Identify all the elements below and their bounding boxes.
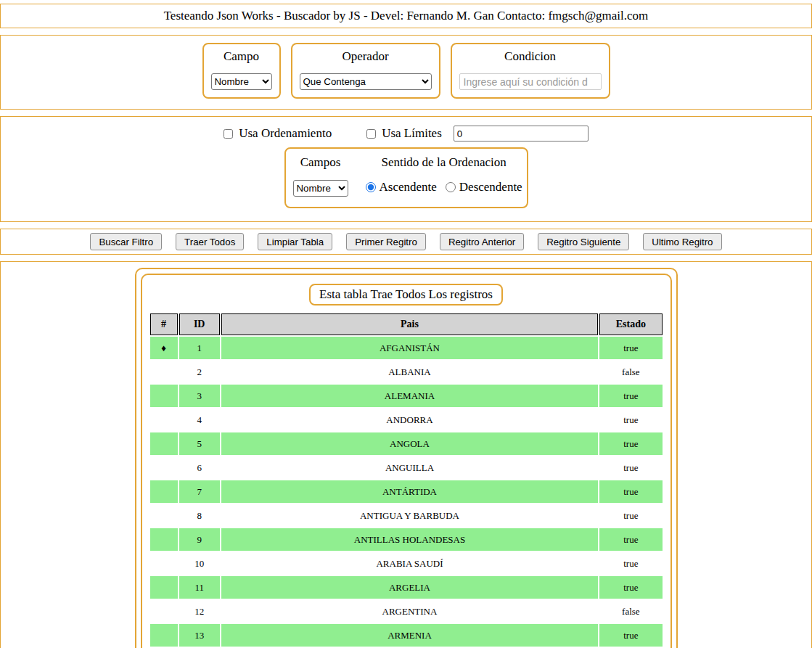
- id-cell: 9: [179, 528, 220, 551]
- campo-fieldset: Campo Nombre: [202, 43, 281, 99]
- usa-ordenamiento-option: Usa Ordenamiento: [223, 126, 332, 141]
- estado-cell: true: [599, 337, 662, 359]
- table-row[interactable]: 10ARABIA SAUDÍtrue: [150, 552, 663, 575]
- title-section: Testeando Json Works - Buscador by JS - …: [0, 4, 812, 28]
- row-marker-cell: [150, 528, 178, 551]
- pais-cell: ARABIA SAUDÍ: [221, 552, 598, 575]
- operador-label: Operador: [300, 49, 432, 64]
- column-header: Estado: [599, 313, 662, 335]
- descendente-option: Descendente: [446, 180, 522, 194]
- toolbar-button-traer-todos[interactable]: Traer Todos: [176, 233, 244, 250]
- toolbar-button-ultimo-regitro[interactable]: Ultimo Regitro: [643, 233, 721, 250]
- id-cell: 6: [179, 456, 220, 479]
- pais-cell: ALBANIA: [221, 361, 598, 383]
- table-header-row: #IDPaisEstado: [150, 313, 663, 335]
- ascendente-radio[interactable]: [366, 182, 376, 192]
- estado-cell: true: [599, 432, 662, 455]
- descendente-label: Descendente: [459, 180, 522, 194]
- table-row[interactable]: 7ANTÁRTIDAtrue: [150, 480, 663, 503]
- row-marker-cell: [150, 432, 178, 455]
- pais-cell: ARGELIA: [221, 576, 598, 599]
- column-header: ID: [179, 313, 220, 335]
- row-marker-cell: [150, 361, 178, 383]
- condicion-fieldset: Condicion: [451, 43, 610, 99]
- pais-cell: ARMENIA: [221, 624, 598, 647]
- row-marker-cell: [150, 576, 178, 599]
- pais-cell: ANDORRA: [221, 409, 598, 431]
- toolbar-button-regitro-siguiente[interactable]: Regitro Siguiente: [538, 233, 629, 250]
- campos-label: Campos: [300, 155, 341, 169]
- estado-cell: true: [599, 528, 662, 551]
- id-cell: 8: [179, 504, 220, 527]
- table-row[interactable]: 4ANDORRAtrue: [150, 409, 663, 431]
- table-body: ♦1AFGANISTÁNtrue2ALBANIAfalse3ALEMANIAtr…: [150, 337, 663, 648]
- id-cell: 13: [179, 624, 220, 647]
- row-marker-cell: [150, 385, 178, 407]
- toolbar: Buscar FiltroTraer TodosLimpiar TablaPri…: [0, 229, 812, 255]
- ordenacion-fieldset: Campos Nombre Sentido de la Ordenacion A…: [284, 147, 528, 208]
- toolbar-button-buscar-filtro[interactable]: Buscar Filtro: [90, 233, 162, 250]
- table-row[interactable]: 12ARGENTINAfalse: [150, 600, 663, 623]
- column-header: Pais: [221, 313, 598, 335]
- condicion-input[interactable]: [459, 73, 602, 90]
- pais-cell: ANTIGUA Y BARBUDA: [221, 504, 598, 527]
- pais-cell: ARGENTINA: [221, 600, 598, 623]
- table-row[interactable]: 8ANTIGUA Y BARBUDAtrue: [150, 504, 663, 527]
- table-row[interactable]: 13ARMENIAtrue: [150, 624, 663, 647]
- estado-cell: true: [599, 624, 662, 647]
- pais-cell: ANGOLA: [221, 432, 598, 455]
- table-row[interactable]: ♦1AFGANISTÁNtrue: [150, 337, 663, 359]
- descendente-radio[interactable]: [446, 182, 456, 192]
- ordering-section: Usa Ordenamiento Usa Límites Campos Nomb…: [0, 116, 812, 222]
- toolbar-button-regitro-anterior[interactable]: Regitro Anterior: [440, 233, 524, 250]
- ordering-options-row: Usa Ordenamiento Usa Límites: [1, 126, 811, 142]
- estado-cell: false: [599, 600, 662, 623]
- sentido-label: Sentido de la Ordenacion: [381, 155, 506, 169]
- estado-cell: true: [599, 504, 662, 527]
- usa-limites-label: Usa Límites: [382, 126, 442, 141]
- table-row[interactable]: 9ANTILLAS HOLANDESAStrue: [150, 528, 663, 551]
- campos-select[interactable]: Nombre: [293, 180, 348, 197]
- estado-cell: true: [599, 456, 662, 479]
- usa-limites-option: Usa Límites: [366, 126, 442, 141]
- campo-label: Campo: [211, 49, 272, 64]
- row-marker-cell: [150, 600, 178, 623]
- pais-cell: ANGUILLA: [221, 456, 598, 479]
- usa-limites-checkbox[interactable]: [366, 129, 376, 139]
- column-header: #: [150, 313, 178, 335]
- id-cell: 11: [179, 576, 220, 599]
- estado-cell: false: [599, 361, 662, 383]
- id-cell: 12: [179, 600, 220, 623]
- id-cell: 5: [179, 432, 220, 455]
- operador-select[interactable]: Que Contenga: [300, 73, 432, 90]
- toolbar-button-primer-regitro[interactable]: Primer Regitro: [346, 233, 426, 250]
- row-marker-cell: [150, 624, 178, 647]
- toolbar-button-limpiar-tabla[interactable]: Limpiar Tabla: [258, 233, 332, 250]
- row-marker-cell: [150, 552, 178, 575]
- table-caption: Esta tabla Trae Todos Los registros: [309, 284, 503, 305]
- table-row[interactable]: 6ANGUILLAtrue: [150, 456, 663, 479]
- id-cell: 7: [179, 480, 220, 503]
- id-cell: 3: [179, 385, 220, 407]
- table-outer-box: Esta tabla Trae Todos Los registros #IDP…: [135, 268, 678, 648]
- usa-ordenamiento-checkbox[interactable]: [223, 129, 233, 139]
- table-row[interactable]: 5ANGOLAtrue: [150, 432, 663, 455]
- row-marker-cell: ♦: [150, 337, 178, 359]
- estado-cell: true: [599, 409, 662, 431]
- condicion-label: Condicion: [459, 49, 602, 64]
- table-inner-box: Esta tabla Trae Todos Los registros #IDP…: [141, 274, 672, 648]
- table-row[interactable]: 2ALBANIAfalse: [150, 361, 663, 383]
- campo-select[interactable]: Nombre: [211, 73, 272, 90]
- table-row[interactable]: 11ARGELIAtrue: [150, 576, 663, 599]
- sentido-column: Sentido de la Ordenacion Ascendente Desc…: [366, 155, 522, 197]
- estado-cell: true: [599, 480, 662, 503]
- estado-cell: true: [599, 576, 662, 599]
- sentido-radio-group: Ascendente Descendente: [366, 180, 522, 194]
- pais-cell: ANTÁRTIDA: [221, 480, 598, 503]
- limite-input[interactable]: [454, 126, 589, 142]
- row-marker-cell: [150, 456, 178, 479]
- results-section: Esta tabla Trae Todos Los registros #IDP…: [0, 261, 812, 648]
- filter-row: Campo Nombre Operador Que Contenga Condi…: [1, 36, 811, 109]
- table-row[interactable]: 3ALEMANIAtrue: [150, 385, 663, 407]
- pais-cell: AFGANISTÁN: [221, 337, 598, 359]
